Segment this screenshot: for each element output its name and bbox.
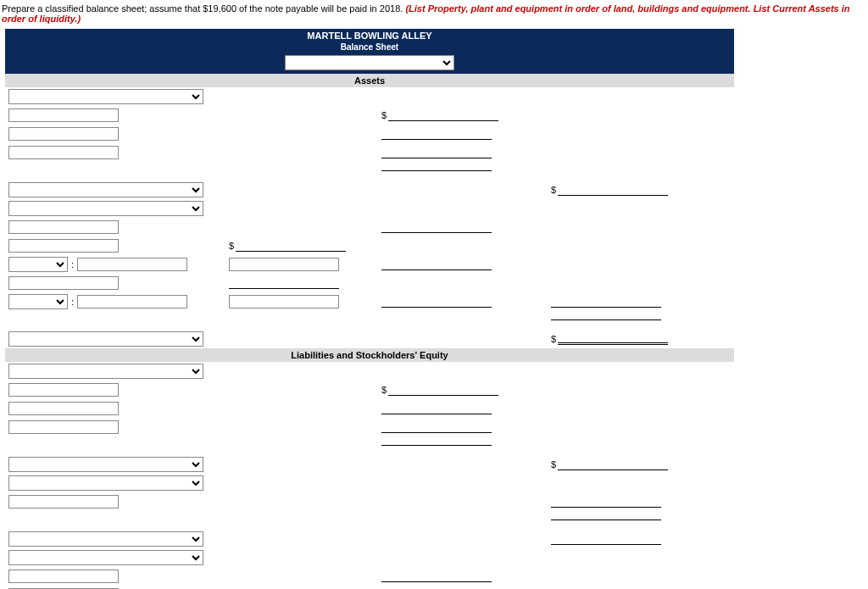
asset-item-6[interactable] bbox=[8, 276, 119, 290]
less-item-2[interactable] bbox=[77, 295, 187, 308]
amount-line[interactable] bbox=[236, 240, 346, 252]
liab-item-2[interactable] bbox=[8, 402, 119, 415]
asset-total-label[interactable] bbox=[8, 331, 203, 347]
balance-sheet: MARTELL BOWLING ALLEY Balance Sheet Asse… bbox=[5, 29, 734, 589]
amount-line[interactable] bbox=[558, 458, 668, 470]
asset-item-3[interactable] bbox=[8, 146, 119, 159]
equity-category[interactable] bbox=[8, 550, 203, 565]
asset-item-4[interactable] bbox=[8, 220, 119, 234]
amount-line[interactable] bbox=[381, 421, 492, 433]
amount-line[interactable] bbox=[551, 496, 661, 508]
liab-item-1[interactable] bbox=[8, 383, 119, 397]
subtotal-rule bbox=[381, 170, 492, 172]
asset-category-2[interactable] bbox=[8, 201, 203, 216]
amount-line[interactable] bbox=[381, 221, 492, 233]
less-select-2[interactable] bbox=[8, 294, 68, 309]
date-select[interactable] bbox=[285, 55, 454, 70]
company-name: MARTELL BOWLING ALLEY bbox=[5, 31, 734, 42]
less-amount-1a[interactable] bbox=[229, 258, 339, 271]
liab-category-2[interactable] bbox=[8, 475, 203, 491]
amount-line[interactable] bbox=[551, 533, 661, 545]
grand-total-line[interactable] bbox=[558, 333, 668, 345]
amount-line[interactable] bbox=[381, 296, 492, 308]
assets-header: Assets bbox=[5, 74, 734, 87]
currency-symbol: $ bbox=[381, 110, 387, 120]
amount-line[interactable] bbox=[551, 296, 661, 308]
equity-item-1[interactable] bbox=[8, 570, 119, 583]
asset-item-1[interactable] bbox=[8, 108, 119, 122]
liab-item-3[interactable] bbox=[8, 420, 119, 434]
amount-line[interactable] bbox=[381, 258, 492, 270]
sheet-title: Balance Sheet bbox=[5, 42, 734, 53]
asset-item-5[interactable] bbox=[8, 239, 119, 253]
amount-line[interactable] bbox=[381, 403, 492, 414]
liab-item-4[interactable] bbox=[8, 495, 119, 508]
subtotal-rule bbox=[551, 320, 661, 321]
liab-category-1[interactable] bbox=[8, 364, 203, 379]
instruction-text: Prepare a classified balance sheet; assu… bbox=[0, 0, 868, 29]
liabilities-header: Liabilities and Stockholders' Equity bbox=[5, 348, 734, 362]
subtotal-rule bbox=[551, 520, 661, 521]
date-row bbox=[5, 53, 734, 74]
title-bar: MARTELL BOWLING ALLEY Balance Sheet bbox=[5, 29, 734, 53]
total-liab-label[interactable] bbox=[8, 531, 203, 547]
amount-line[interactable] bbox=[381, 570, 492, 582]
less-item-1[interactable] bbox=[77, 258, 187, 271]
amount-line[interactable] bbox=[558, 184, 668, 196]
liab-subtotal-label-1[interactable] bbox=[8, 457, 203, 472]
amount-line[interactable] bbox=[229, 277, 339, 289]
subtotal-rule bbox=[381, 445, 492, 447]
less-amount-2a[interactable] bbox=[229, 295, 339, 308]
amount-line[interactable] bbox=[381, 147, 492, 158]
amount-line[interactable] bbox=[388, 109, 498, 121]
less-select-1[interactable] bbox=[8, 257, 68, 272]
amount-line[interactable] bbox=[388, 384, 498, 396]
amount-line[interactable] bbox=[381, 128, 492, 140]
asset-category-1[interactable] bbox=[8, 89, 203, 104]
asset-item-2[interactable] bbox=[8, 127, 119, 141]
asset-subtotal-label-1[interactable] bbox=[8, 182, 203, 197]
